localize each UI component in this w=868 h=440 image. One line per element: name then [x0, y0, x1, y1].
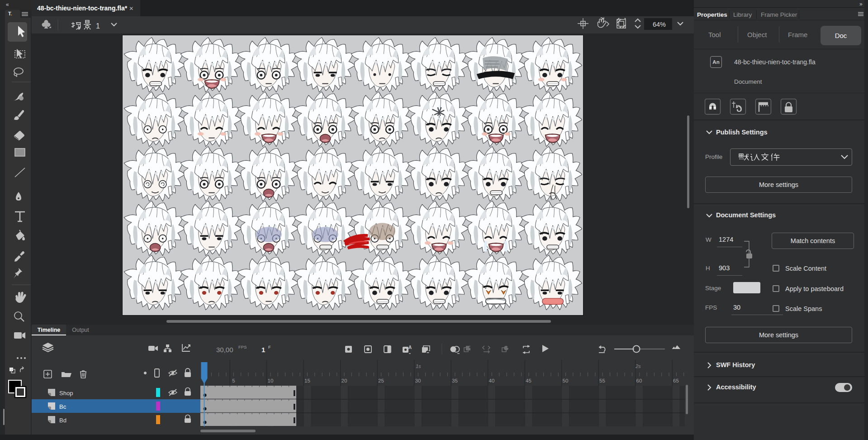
svg-text:A: A	[408, 345, 412, 350]
svg-text:Bd: Bd	[59, 417, 66, 424]
svg-text:F: F	[268, 344, 271, 349]
svg-text:1: 1	[96, 22, 100, 30]
svg-text:Shop: Shop	[59, 390, 73, 397]
svg-text:30,00: 30,00	[216, 346, 233, 354]
svg-text:Bc: Bc	[59, 403, 66, 410]
svg-text:FPS: FPS	[238, 344, 247, 349]
svg-text:64%: 64%	[653, 21, 666, 28]
svg-text:1: 1	[261, 346, 265, 354]
